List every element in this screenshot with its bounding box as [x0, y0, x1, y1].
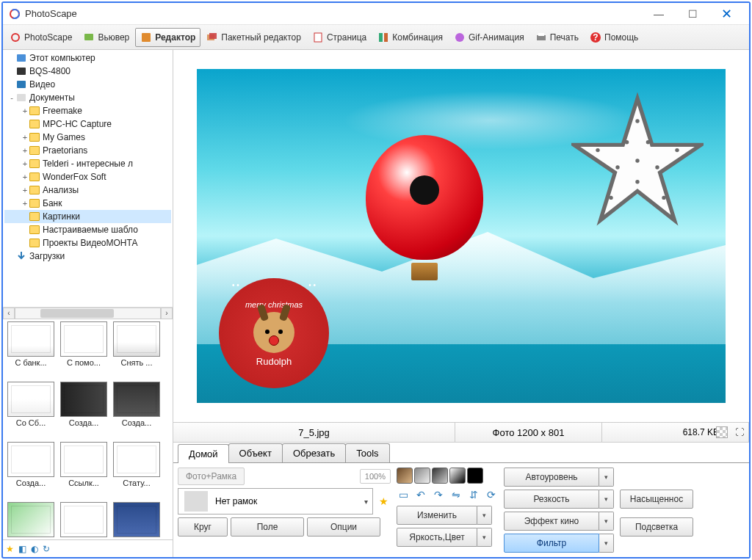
expand-icon[interactable]: + [21, 199, 29, 208]
tree-item[interactable]: Видео [4, 78, 171, 91]
circle-button[interactable]: Круг [178, 517, 228, 537]
folder-tree[interactable]: Этот компьютерBQS-4800Видео-Документы+Fr… [3, 50, 173, 307]
svg-point-30 [596, 148, 599, 152]
tree-item[interactable]: Этот компьютер [4, 51, 171, 65]
tree-item[interactable]: Картинки [4, 210, 171, 223]
thumbnail[interactable]: Ссылк... [59, 442, 109, 499]
tab-object[interactable]: Объект [228, 443, 283, 462]
tab-viewer[interactable]: Вьювер [78, 28, 134, 47]
tree-item[interactable]: BQS-4800 [4, 65, 171, 78]
crop-icon[interactable]: ▭ [397, 488, 410, 501]
tab-gif[interactable]: Gif-Анимация [449, 28, 529, 47]
transparency-icon[interactable] [716, 426, 728, 438]
expand-icon[interactable]: + [21, 159, 29, 168]
filter-gray[interactable] [414, 468, 430, 484]
tab-batch[interactable]: Пакетный редактор [201, 28, 306, 47]
thumbnail[interactable]: С банк... [6, 321, 56, 379]
sharpness-drop[interactable]: ▾ [599, 490, 614, 509]
thumbnail[interactable]: Созда... [112, 382, 162, 439]
resize-button[interactable]: Изменить [397, 506, 477, 525]
tree-hscroll[interactable]: ‹ › [3, 307, 173, 319]
refresh-icon[interactable]: ↻ [43, 544, 50, 554]
thumbnail[interactable]: Снять ... [112, 321, 162, 379]
tree-item[interactable]: +Анализы [4, 183, 171, 197]
tool-icon-1[interactable]: ◧ [18, 544, 26, 554]
thumbnail[interactable] [59, 502, 109, 539]
expand-icon[interactable]: + [21, 186, 29, 194]
autolevel-drop[interactable]: ▾ [599, 468, 614, 487]
tree-item[interactable]: MPC-HC Capture [4, 117, 171, 131]
tree-item[interactable]: Загрузки [4, 250, 171, 263]
resize-drop[interactable]: ▾ [477, 506, 492, 525]
bright-color-button[interactable]: Яркость,Цвет [397, 528, 477, 547]
tree-item[interactable]: +Банк [4, 197, 171, 210]
thumbnail[interactable]: Стату... [112, 442, 162, 499]
tab-home[interactable]: Домой [178, 444, 229, 463]
autolevel-button[interactable]: Автоуровень [504, 468, 599, 487]
tab-print[interactable]: Печать [530, 28, 584, 47]
filter-drop[interactable]: ▾ [599, 534, 614, 553]
scroll-track[interactable] [15, 308, 161, 319]
star-fav-icon[interactable]: ★ [6, 544, 14, 554]
tab-editor[interactable]: Редактор [135, 28, 200, 47]
star-overlay[interactable] [571, 91, 704, 230]
film-effect-button[interactable]: Эффект кино [504, 512, 599, 531]
fullscreen-icon[interactable]: ⛶ [735, 427, 744, 437]
thumbnail[interactable] [6, 502, 56, 539]
flip-h-icon[interactable]: ⇋ [449, 488, 463, 501]
saturation-button[interactable]: Насыщеннос [620, 490, 693, 509]
thumbnail[interactable]: С помо... [59, 321, 109, 379]
expand-icon[interactable]: + [21, 133, 29, 142]
filter-button[interactable]: Фильтр [504, 534, 599, 553]
tab-crop[interactable]: Обрезать [282, 443, 346, 462]
redo-icon[interactable]: ↷ [432, 488, 445, 501]
photo-frame-button[interactable]: Фото+Рамка [178, 468, 245, 485]
scroll-left-button[interactable]: ‹ [3, 308, 15, 319]
tree-item[interactable]: +WonderFox Soft [4, 170, 171, 183]
image-canvas[interactable]: merry christmas • • • • Rudolph [197, 69, 726, 403]
minimize-button[interactable]: — [642, 4, 676, 24]
doc-icon [16, 92, 26, 103]
sharpness-button[interactable]: Резкость [504, 490, 599, 509]
tree-item[interactable]: +Telderi - интересные л [4, 157, 171, 170]
bright-drop[interactable]: ▾ [477, 528, 492, 547]
tree-item[interactable]: +My Games [4, 131, 171, 144]
tab-combine[interactable]: Комбинация [372, 28, 448, 47]
scroll-right-button[interactable]: › [161, 308, 173, 319]
filter-sepia[interactable] [397, 468, 413, 484]
tree-item[interactable]: -Документы [4, 91, 171, 104]
tab-tools[interactable]: Tools [345, 443, 389, 462]
tab-photoscape[interactable]: PhotoScape [4, 28, 77, 47]
tree-item[interactable]: +Freemake [4, 104, 171, 117]
undo-icon[interactable]: ↶ [414, 488, 427, 501]
tab-page[interactable]: Страница [307, 28, 372, 47]
expand-icon[interactable]: + [21, 106, 29, 115]
scroll-thumb[interactable] [40, 309, 114, 318]
tab-help[interactable]: ?Помощь [585, 28, 643, 47]
rotate-icon[interactable]: ⟳ [485, 488, 498, 501]
thumbnail[interactable]: Созда... [59, 382, 109, 439]
close-button[interactable]: ✕ [709, 4, 743, 24]
expand-icon[interactable]: + [21, 172, 29, 181]
tree-item[interactable]: Проекты ВидеоМОНТА [4, 236, 171, 250]
filter-black[interactable] [467, 468, 483, 484]
tree-item[interactable]: Настраиваемые шабло [4, 223, 171, 236]
flip-v-icon[interactable]: ⇵ [467, 488, 480, 501]
backlight-button[interactable]: Подсветка [620, 517, 693, 537]
tool-icon-2[interactable]: ◐ [31, 544, 38, 554]
thumbnail[interactable] [112, 502, 162, 539]
field-button[interactable]: Поле [231, 517, 304, 537]
film-drop[interactable]: ▾ [599, 512, 614, 531]
fav-star-icon[interactable]: ★ [379, 495, 388, 507]
maximize-button[interactable]: ☐ [676, 4, 709, 24]
christmas-badge[interactable]: merry christmas • • • • Rudolph [219, 278, 329, 388]
expand-icon[interactable]: + [21, 146, 29, 155]
thumbnail[interactable]: Со Сб... [6, 382, 56, 439]
expand-icon[interactable]: - [7, 93, 16, 102]
frame-select[interactable]: Нет рамок [178, 488, 373, 514]
filter-invert[interactable] [449, 468, 466, 484]
tree-item[interactable]: +Praetorians [4, 144, 171, 157]
thumbnail[interactable]: Созда... [6, 442, 56, 499]
filter-bw[interactable] [432, 468, 448, 484]
options-button[interactable]: Опции [307, 517, 380, 537]
